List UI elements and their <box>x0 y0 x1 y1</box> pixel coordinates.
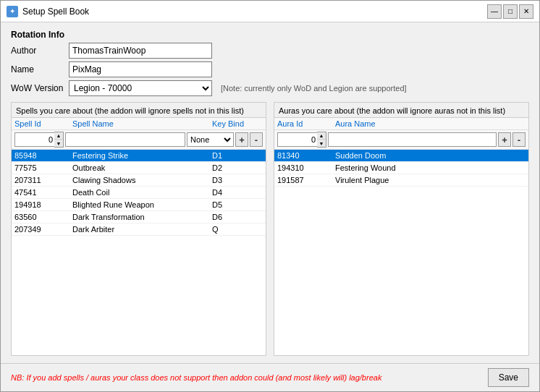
spell-id-header: Spell Id <box>14 119 72 128</box>
remove-spell-button[interactable]: - <box>250 132 263 147</box>
author-label: Author <box>11 46 69 56</box>
spell-bind-cell: Q <box>212 225 263 234</box>
auras-col-headers: Aura Id Aura Name <box>274 118 528 130</box>
aura-id-input[interactable] <box>277 132 317 147</box>
spell-name-cell: Dark Transformation <box>72 213 212 221</box>
wow-version-select[interactable]: Legion - 70000 WoD - 60000 <box>69 80 212 96</box>
key-bind-header: Key Bind <box>212 119 263 128</box>
spell-bind-cell: D5 <box>212 200 263 209</box>
spell-id-up-arrow[interactable]: ▲ <box>54 132 63 140</box>
lists-row: Spells you care about (the addon will ig… <box>11 102 529 356</box>
remove-aura-button[interactable]: - <box>512 132 526 147</box>
author-input[interactable] <box>69 43 212 59</box>
spell-name-cell: Death Coil <box>72 188 212 197</box>
spell-row[interactable]: 77575 Outbreak D2 <box>12 162 266 174</box>
spell-bind-cell: D4 <box>212 188 263 197</box>
aura-row[interactable]: 191587 Virulent Plague <box>274 174 528 187</box>
spell-id-cell: 63560 <box>14 213 72 221</box>
wow-version-note: [Note: currently only WoD and Legion are… <box>221 84 529 93</box>
aura-name-cell: Festering Wound <box>335 163 526 172</box>
name-label: Name <box>11 64 69 74</box>
aura-id-arrows: ▲ ▼ <box>317 132 326 148</box>
spell-row[interactable]: 47541 Death Coil D4 <box>12 187 266 199</box>
spell-bind-cell: D6 <box>212 213 263 221</box>
spell-id-cell: 207349 <box>14 225 72 234</box>
spell-name-header: Spell Name <box>72 119 212 128</box>
aura-id-down-arrow[interactable]: ▼ <box>317 140 326 147</box>
aura-id-cell: 194310 <box>277 163 335 172</box>
save-button[interactable]: Save <box>488 368 529 387</box>
spell-bind-cell: D1 <box>212 151 263 160</box>
main-content: Rotation Info Author Name WoW Version Le… <box>1 22 539 363</box>
bottom-bar: NB: If you add spells / auras your class… <box>1 363 539 391</box>
aura-row[interactable]: 81340 Sudden Doom <box>274 150 528 162</box>
warning-text: NB: If you add spells / auras your class… <box>11 373 482 382</box>
spell-name-input[interactable] <box>65 132 185 147</box>
add-spell-button[interactable]: + <box>235 132 248 147</box>
spells-col-headers: Spell Id Spell Name Key Bind <box>12 118 266 130</box>
aura-name-header: Aura Name <box>335 119 526 128</box>
spell-name-cell: Dark Arbiter <box>72 225 212 234</box>
wow-version-label: WoW Version <box>11 83 69 93</box>
spell-name-cell: Outbreak <box>72 163 212 172</box>
rotation-info-section: Rotation Info Author Name WoW Version Le… <box>11 30 529 96</box>
auras-input-row: ▲ ▼ + - <box>274 130 528 150</box>
rotation-info-form: Author Name WoW Version Legion - 70000 W… <box>11 43 529 96</box>
keybind-select[interactable]: None D1 D2 D3 D4 D5 D6 Q <box>187 132 234 147</box>
spell-id-input[interactable] <box>14 132 54 147</box>
aura-id-header: Aura Id <box>277 119 335 128</box>
spells-panel-header: Spells you care about (the addon will ig… <box>12 103 266 118</box>
aura-id-cell: 81340 <box>277 151 335 160</box>
auras-panel: Auras you care about (the addon will ign… <box>274 102 529 356</box>
minimize-button[interactable]: — <box>487 4 502 19</box>
spell-id-cell: 85948 <box>14 151 72 160</box>
add-aura-button[interactable]: + <box>498 132 511 147</box>
spell-name-cell: Blighted Rune Weapon <box>72 200 212 209</box>
aura-id-spinner: ▲ ▼ <box>277 132 326 148</box>
spell-id-cell: 194918 <box>14 200 72 209</box>
name-input[interactable] <box>69 61 212 77</box>
aura-row[interactable]: 194310 Festering Wound <box>274 162 528 174</box>
spell-id-spinner: ▲ ▼ <box>14 132 64 148</box>
spell-row[interactable]: 63560 Dark Transformation D6 <box>12 211 266 223</box>
spell-name-cell: Clawing Shadows <box>72 176 212 184</box>
aura-id-up-arrow[interactable]: ▲ <box>317 132 326 140</box>
spell-bind-cell: D2 <box>212 163 263 172</box>
window-title: Setup Spell Book <box>22 7 487 17</box>
spell-bind-cell: D3 <box>212 176 263 184</box>
spell-row[interactable]: 194918 Blighted Rune Weapon D5 <box>12 199 266 211</box>
spell-id-arrows: ▲ ▼ <box>54 132 64 148</box>
spells-input-row: ▲ ▼ None D1 D2 D3 D4 D5 D6 Q <box>12 130 266 150</box>
spells-panel: Spells you care about (the addon will ig… <box>11 102 266 356</box>
aura-name-input[interactable] <box>328 132 497 147</box>
spell-row[interactable]: 85948 Festering Strike D1 <box>12 150 266 162</box>
aura-name-cell: Sudden Doom <box>335 151 526 160</box>
close-button[interactable]: ✕ <box>519 4 533 19</box>
rotation-info-title: Rotation Info <box>11 30 529 40</box>
aura-name-cell: Virulent Plague <box>335 176 526 184</box>
maximize-button[interactable]: □ <box>503 4 518 19</box>
spell-row[interactable]: 207311 Clawing Shadows D3 <box>12 174 266 187</box>
aura-id-cell: 191587 <box>277 176 335 184</box>
spell-id-cell: 47541 <box>14 188 72 197</box>
spell-id-down-arrow[interactable]: ▼ <box>54 140 63 147</box>
spell-name-cell: Festering Strike <box>72 151 212 160</box>
spell-row[interactable]: 207349 Dark Arbiter Q <box>12 223 266 236</box>
spell-id-cell: 77575 <box>14 163 72 172</box>
spell-id-cell: 207311 <box>14 176 72 184</box>
app-icon: ✦ <box>7 6 18 17</box>
auras-table: 81340 Sudden Doom 194310 Festering Wound… <box>274 150 528 355</box>
window-controls: — □ ✕ <box>487 4 533 19</box>
spells-table: 85948 Festering Strike D1 77575 Outbreak… <box>12 150 266 355</box>
main-window: ✦ Setup Spell Book — □ ✕ Rotation Info A… <box>0 0 540 392</box>
title-bar: ✦ Setup Spell Book — □ ✕ <box>1 1 539 22</box>
auras-panel-header: Auras you care about (the addon will ign… <box>274 103 528 118</box>
